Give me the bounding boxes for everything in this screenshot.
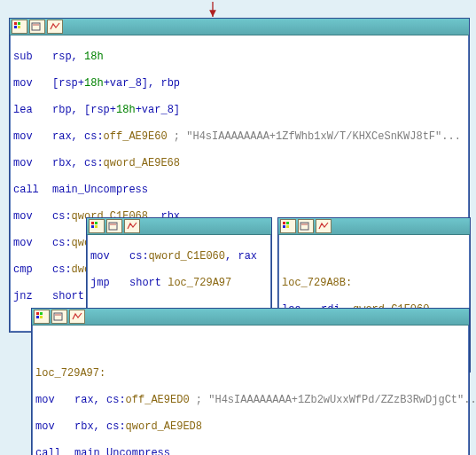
palette-icon[interactable] <box>89 219 105 233</box>
svg-rect-11 <box>286 222 289 224</box>
svg-rect-7 <box>91 225 94 228</box>
node-titlebar <box>87 218 271 235</box>
cfg-node[interactable]: loc_729A97: movrax, cs:off_AE9ED0 ; "H4s… <box>31 308 470 455</box>
cfg-node[interactable]: movcs:qword_C1E060, rax jmpshort loc_729… <box>86 217 272 319</box>
svg-rect-4 <box>32 23 40 30</box>
svg-rect-12 <box>283 225 285 228</box>
node-titlebar <box>32 309 469 326</box>
node-titlebar <box>10 19 469 35</box>
palette-icon[interactable] <box>12 20 27 34</box>
svg-rect-5 <box>91 222 94 224</box>
svg-rect-6 <box>95 222 98 224</box>
block-label: loc_729A8B: <box>282 277 352 289</box>
svg-rect-19 <box>54 313 62 320</box>
edit-icon[interactable] <box>51 310 67 324</box>
palette-icon[interactable] <box>280 219 296 233</box>
svg-rect-0 <box>14 22 17 25</box>
graph-icon[interactable] <box>124 219 140 233</box>
svg-rect-9 <box>109 223 117 230</box>
disassembly[interactable]: movcs:qword_C1E060, rax jmpshort loc_729… <box>87 235 271 318</box>
svg-rect-16 <box>40 312 43 315</box>
edit-icon[interactable] <box>29 20 45 34</box>
svg-rect-14 <box>300 223 308 230</box>
graph-icon[interactable] <box>69 310 85 324</box>
svg-rect-13 <box>286 225 289 228</box>
svg-rect-10 <box>283 222 285 224</box>
node-titlebar <box>278 218 470 235</box>
svg-rect-17 <box>36 316 39 318</box>
palette-icon[interactable] <box>34 310 50 324</box>
disassembly[interactable]: loc_729A97: movrax, cs:off_AE9ED0 ; "H4s… <box>32 326 469 455</box>
edit-icon[interactable] <box>298 219 314 233</box>
svg-rect-3 <box>18 26 20 28</box>
svg-rect-8 <box>95 225 98 228</box>
graph-icon[interactable] <box>316 219 332 233</box>
graph-icon[interactable] <box>47 20 63 34</box>
svg-rect-15 <box>36 312 39 315</box>
svg-rect-2 <box>14 26 17 28</box>
svg-rect-1 <box>18 22 20 25</box>
svg-rect-18 <box>40 316 43 318</box>
edit-icon[interactable] <box>106 219 122 233</box>
block-label: loc_729A97: <box>35 367 105 380</box>
